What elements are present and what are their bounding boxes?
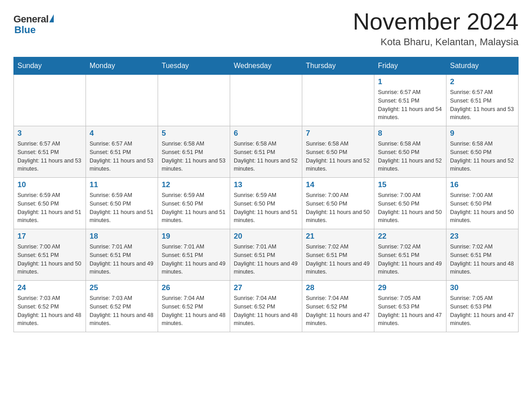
calendar-cell: 19Sunrise: 7:01 AMSunset: 6:51 PMDayligh…: [158, 229, 230, 281]
calendar-cell: 21Sunrise: 7:02 AMSunset: 6:51 PMDayligh…: [302, 229, 374, 281]
calendar-cell: [230, 75, 302, 126]
day-number: 5: [162, 129, 226, 138]
day-info: Sunrise: 7:01 AMSunset: 6:51 PMDaylight:…: [162, 243, 226, 276]
calendar-cell: [158, 75, 230, 126]
calendar-cell: 18Sunrise: 7:01 AMSunset: 6:51 PMDayligh…: [86, 229, 158, 281]
calendar-cell: [302, 75, 374, 126]
calendar-cell: 25Sunrise: 7:03 AMSunset: 6:52 PMDayligh…: [86, 281, 158, 332]
day-info: Sunrise: 7:04 AMSunset: 6:52 PMDaylight:…: [234, 294, 298, 328]
day-info: Sunrise: 7:02 AMSunset: 6:51 PMDaylight:…: [450, 243, 515, 276]
calendar-cell: 20Sunrise: 7:01 AMSunset: 6:51 PMDayligh…: [230, 229, 302, 281]
day-number: 3: [17, 129, 82, 138]
day-number: 7: [306, 129, 370, 138]
calendar-header-friday: Friday: [374, 57, 446, 75]
day-info: Sunrise: 6:58 AMSunset: 6:50 PMDaylight:…: [378, 140, 442, 173]
day-info: Sunrise: 7:02 AMSunset: 6:51 PMDaylight:…: [378, 243, 442, 276]
page-header: General Blue November 2024 Kota Bharu, K…: [13, 9, 519, 48]
day-info: Sunrise: 6:59 AMSunset: 6:50 PMDaylight:…: [162, 191, 226, 225]
day-number: 13: [234, 180, 298, 189]
day-info: Sunrise: 7:00 AMSunset: 6:50 PMDaylight:…: [306, 191, 370, 225]
logo-blue-text: Blue: [14, 24, 36, 36]
day-number: 8: [378, 129, 442, 138]
calendar-header-saturday: Saturday: [446, 57, 519, 75]
day-number: 1: [378, 77, 442, 86]
day-number: 23: [450, 232, 515, 241]
calendar-header-thursday: Thursday: [302, 57, 374, 75]
day-info: Sunrise: 6:59 AMSunset: 6:50 PMDaylight:…: [90, 191, 154, 225]
calendar-cell: 26Sunrise: 7:04 AMSunset: 6:52 PMDayligh…: [158, 281, 230, 332]
day-info: Sunrise: 7:01 AMSunset: 6:51 PMDaylight:…: [90, 243, 154, 276]
calendar-cell: 14Sunrise: 7:00 AMSunset: 6:50 PMDayligh…: [302, 178, 374, 229]
calendar-cell: 7Sunrise: 6:58 AMSunset: 6:50 PMDaylight…: [302, 126, 374, 178]
logo-general-text: General: [13, 13, 48, 25]
logo: General Blue: [13, 13, 54, 36]
calendar-week-row: 3Sunrise: 6:57 AMSunset: 6:51 PMDaylight…: [14, 126, 519, 178]
day-info: Sunrise: 6:58 AMSunset: 6:50 PMDaylight:…: [450, 140, 515, 173]
day-number: 29: [378, 283, 442, 292]
day-number: 10: [17, 180, 82, 189]
day-info: Sunrise: 7:00 AMSunset: 6:50 PMDaylight:…: [378, 191, 442, 225]
day-info: Sunrise: 6:57 AMSunset: 6:51 PMDaylight:…: [378, 88, 442, 122]
day-info: Sunrise: 7:05 AMSunset: 6:53 PMDaylight:…: [378, 294, 442, 328]
calendar-cell: 10Sunrise: 6:59 AMSunset: 6:50 PMDayligh…: [14, 178, 86, 229]
day-number: 4: [90, 129, 154, 138]
calendar-cell: 30Sunrise: 7:05 AMSunset: 6:53 PMDayligh…: [446, 281, 519, 332]
day-info: Sunrise: 7:01 AMSunset: 6:51 PMDaylight:…: [234, 243, 298, 276]
day-number: 20: [234, 232, 298, 241]
calendar-cell: 24Sunrise: 7:03 AMSunset: 6:52 PMDayligh…: [14, 281, 86, 332]
day-number: 21: [306, 232, 370, 241]
calendar-cell: 3Sunrise: 6:57 AMSunset: 6:51 PMDaylight…: [14, 126, 86, 178]
day-number: 14: [306, 180, 370, 189]
day-info: Sunrise: 7:05 AMSunset: 6:53 PMDaylight:…: [450, 294, 515, 328]
calendar-cell: 11Sunrise: 6:59 AMSunset: 6:50 PMDayligh…: [86, 178, 158, 229]
location-title: Kota Bharu, Kelantan, Malaysia: [353, 36, 519, 48]
day-number: 26: [162, 283, 226, 292]
calendar-cell: 6Sunrise: 6:58 AMSunset: 6:51 PMDaylight…: [230, 126, 302, 178]
day-number: 25: [90, 283, 154, 292]
day-number: 2: [450, 77, 515, 86]
day-number: 16: [450, 180, 515, 189]
logo-triangle-icon: [49, 14, 54, 22]
title-block: November 2024 Kota Bharu, Kelantan, Mala…: [353, 9, 519, 48]
calendar-cell: 23Sunrise: 7:02 AMSunset: 6:51 PMDayligh…: [446, 229, 519, 281]
day-info: Sunrise: 7:03 AMSunset: 6:52 PMDaylight:…: [90, 294, 154, 328]
calendar-cell: 12Sunrise: 6:59 AMSunset: 6:50 PMDayligh…: [158, 178, 230, 229]
day-info: Sunrise: 6:58 AMSunset: 6:51 PMDaylight:…: [162, 140, 226, 173]
calendar-cell: 15Sunrise: 7:00 AMSunset: 6:50 PMDayligh…: [374, 178, 446, 229]
calendar-table: SundayMondayTuesdayWednesdayThursdayFrid…: [13, 57, 519, 332]
calendar-cell: 13Sunrise: 6:59 AMSunset: 6:50 PMDayligh…: [230, 178, 302, 229]
day-number: 30: [450, 283, 515, 292]
day-info: Sunrise: 7:04 AMSunset: 6:52 PMDaylight:…: [306, 294, 370, 328]
calendar-cell: 22Sunrise: 7:02 AMSunset: 6:51 PMDayligh…: [374, 229, 446, 281]
calendar-cell: 1Sunrise: 6:57 AMSunset: 6:51 PMDaylight…: [374, 75, 446, 126]
calendar-header-sunday: Sunday: [14, 57, 86, 75]
calendar-cell: 27Sunrise: 7:04 AMSunset: 6:52 PMDayligh…: [230, 281, 302, 332]
day-number: 18: [90, 232, 154, 241]
calendar-cell: 9Sunrise: 6:58 AMSunset: 6:50 PMDaylight…: [446, 126, 519, 178]
day-info: Sunrise: 6:58 AMSunset: 6:50 PMDaylight:…: [306, 140, 370, 173]
day-number: 12: [162, 180, 226, 189]
calendar-cell: 17Sunrise: 7:00 AMSunset: 6:51 PMDayligh…: [14, 229, 86, 281]
calendar-week-row: 10Sunrise: 6:59 AMSunset: 6:50 PMDayligh…: [14, 178, 519, 229]
day-number: 9: [450, 129, 515, 138]
day-info: Sunrise: 6:58 AMSunset: 6:51 PMDaylight:…: [234, 140, 298, 173]
day-info: Sunrise: 7:02 AMSunset: 6:51 PMDaylight:…: [306, 243, 370, 276]
calendar-header-tuesday: Tuesday: [158, 57, 230, 75]
day-info: Sunrise: 6:57 AMSunset: 6:51 PMDaylight:…: [90, 140, 154, 173]
month-title: November 2024: [353, 9, 519, 34]
day-info: Sunrise: 7:00 AMSunset: 6:50 PMDaylight:…: [450, 191, 515, 225]
calendar-header-wednesday: Wednesday: [230, 57, 302, 75]
day-info: Sunrise: 6:59 AMSunset: 6:50 PMDaylight:…: [234, 191, 298, 225]
day-number: 17: [17, 232, 82, 241]
day-number: 28: [306, 283, 370, 292]
day-number: 24: [17, 283, 82, 292]
day-number: 15: [378, 180, 442, 189]
calendar-cell: [14, 75, 86, 126]
day-number: 11: [90, 180, 154, 189]
calendar-week-row: 24Sunrise: 7:03 AMSunset: 6:52 PMDayligh…: [14, 281, 519, 332]
day-info: Sunrise: 6:57 AMSunset: 6:51 PMDaylight:…: [17, 140, 82, 173]
day-number: 27: [234, 283, 298, 292]
day-number: 6: [234, 129, 298, 138]
calendar-header-monday: Monday: [86, 57, 158, 75]
day-info: Sunrise: 7:03 AMSunset: 6:52 PMDaylight:…: [17, 294, 82, 328]
